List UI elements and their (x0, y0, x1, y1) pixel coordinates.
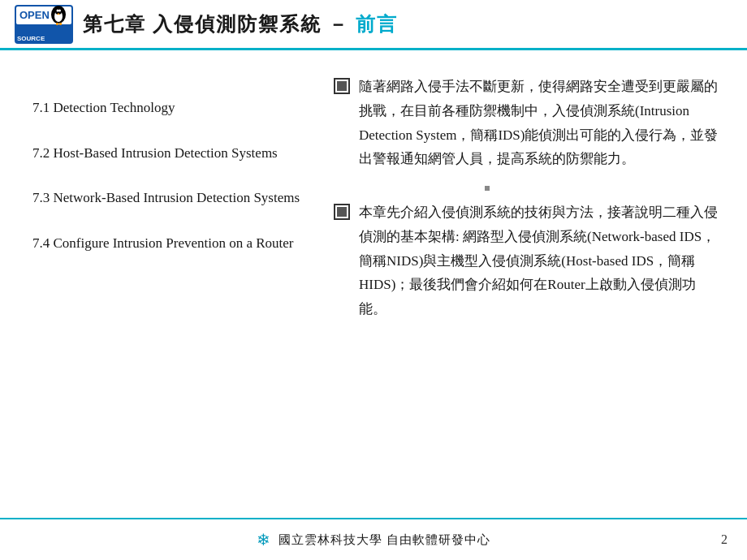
toc-item-73[interactable]: 7.3 Network-Based Intrusion Detection Sy… (32, 173, 300, 218)
section-divider-dot (485, 186, 490, 191)
logo-icon: OPEN SOURCE (15, 5, 73, 44)
svg-rect-15 (337, 207, 347, 217)
toc-item-74[interactable]: 7.4 Configure Intrusion Prevention on a … (32, 218, 300, 264)
header: OPEN SOURCE 第七章 入侵偵測防禦系統 － 前言 (0, 0, 747, 50)
svg-rect-10 (59, 23, 62, 25)
bullet-text-1: 隨著網路入侵手法不斷更新，使得網路安全遭受到更嚴屬的挑戰，在目前各種防禦機制中，… (359, 75, 723, 171)
content-area: 隨著網路入侵手法不斷更新，使得網路安全遭受到更嚴屬的挑戰，在目前各種防禦機制中，… (325, 67, 747, 518)
header-title-main: 第七章 入侵偵測防禦系統 － (83, 14, 356, 35)
toc-item-72[interactable]: 7.2 Host-Based Intrusion Detection Syste… (32, 128, 300, 174)
svg-text:SOURCE: SOURCE (17, 35, 45, 42)
toc-label-74: 7.4 Configure Intrusion Prevention on a … (32, 235, 294, 251)
bullet-icon-2 (333, 203, 351, 221)
svg-rect-13 (337, 81, 347, 91)
bullet-text-2: 本章先介紹入侵偵測系統的技術與方法，接著說明二種入侵偵測的基本架構: 網路型入侵… (359, 200, 723, 321)
footer: ❄ 國立雲林科技大學 自由軟體研發中心 2 (0, 518, 747, 560)
svg-point-7 (58, 9, 61, 11)
footer-org-text: 國立雲林科技大學 自由軟體研發中心 (279, 532, 490, 548)
bullet-block-2: 本章先介紹入侵偵測系統的技術與方法，接著說明二種入侵偵測的基本架構: 網路型入侵… (333, 200, 723, 321)
toc-item-71[interactable]: 7.1 Detection Technology (32, 83, 300, 128)
bullet-icon-1 (333, 77, 351, 95)
header-title-accent: 前言 (356, 14, 398, 35)
snowflake-icon: ❄ (257, 530, 270, 549)
main-content: 7.1 Detection Technology 7.2 Host-Based … (0, 50, 747, 518)
svg-text:OPEN: OPEN (19, 9, 50, 21)
bullet-block-1: 隨著網路入侵手法不斷更新，使得網路安全遭受到更嚴屬的挑戰，在目前各種防禦機制中，… (333, 75, 723, 171)
toc-label-72: 7.2 Host-Based Intrusion Detection Syste… (32, 145, 278, 161)
header-title: 第七章 入侵偵測防禦系統 － 前言 (83, 11, 398, 37)
toc-label-71: 7.1 Detection Technology (32, 100, 175, 115)
logo-container: OPEN SOURCE (15, 5, 73, 44)
table-of-contents: 7.1 Detection Technology 7.2 Host-Based … (0, 67, 325, 518)
toc-label-73: 7.3 Network-Based Intrusion Detection Sy… (32, 190, 300, 205)
svg-rect-9 (56, 23, 58, 25)
page-number: 2 (721, 532, 728, 547)
